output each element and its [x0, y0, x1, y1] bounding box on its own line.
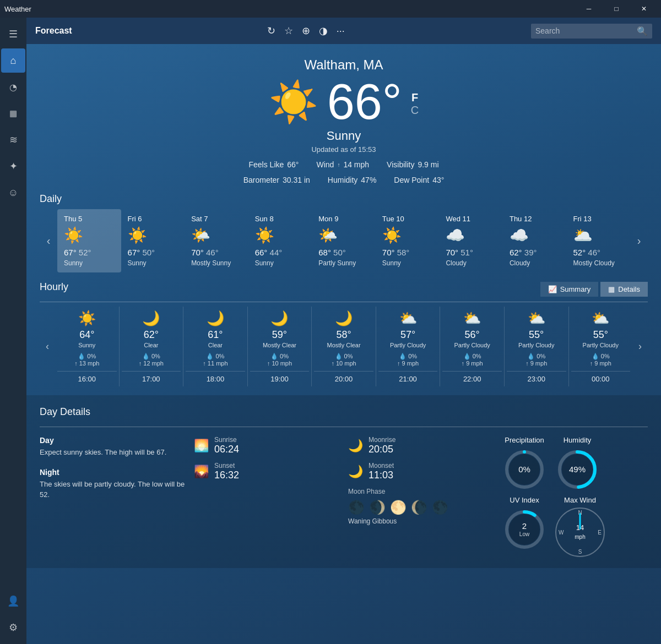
compass-ring: N S E W 14 mph — [555, 507, 605, 557]
daily-title: Daily — [40, 193, 648, 205]
moonset-time: 11:03 — [369, 470, 394, 481]
titlebar: Weather ─ □ ✕ — [0, 0, 661, 18]
phase-icon-1: 🌑 — [348, 500, 365, 515]
sidebar-item-map[interactable]: ▦ — [1, 101, 25, 125]
dew-point-label: Dew Point — [394, 176, 429, 184]
moon-icon[interactable]: ◑ — [319, 25, 328, 37]
gauges-bottom-row: UV Index 2 Low — [502, 496, 648, 557]
search-icon: 🔍 — [637, 26, 648, 36]
compass-needle — [579, 513, 581, 530]
daily-card[interactable]: Wed 11 ☁️ 70° 51° Cloudy — [439, 209, 503, 272]
list-icon: ▦ — [608, 285, 615, 293]
daily-card[interactable]: Tue 10 ☀️ 70° 58° Sunny — [376, 209, 440, 272]
daily-cards: Thu 5 ☀️ 67° 52° Sunny Fri 6 ☀️ 67° 50° … — [57, 209, 630, 272]
temperature: 66° — [327, 77, 402, 127]
sidebar-item-settings[interactable]: ⚙ — [1, 615, 25, 640]
wind-gauge: Max Wind N S E W 14 mph — [555, 496, 605, 557]
moonrise-item: 🌙 Moonrise 20:05 — [348, 436, 494, 455]
daily-card[interactable]: Thu 12 ☁️ 62° 39° Cloudy — [503, 209, 567, 272]
minimize-button[interactable]: ─ — [576, 0, 602, 18]
compass-s: S — [578, 549, 582, 555]
refresh-icon[interactable]: ↻ — [267, 25, 275, 37]
unit-c[interactable]: C — [411, 104, 419, 117]
phase-icon-3: 🌕 — [390, 500, 407, 515]
hourly-title: Hourly — [40, 281, 68, 293]
more-icon[interactable]: ··· — [337, 25, 345, 37]
close-button[interactable]: ✕ — [631, 0, 657, 18]
precipitation-label: Precipitation — [505, 436, 544, 444]
hero-section: Waltham, MA ☀️ 66° F C Sunny Updated as … — [26, 44, 661, 193]
titlebar-left: Weather — [4, 5, 31, 13]
hourly-column: ⛅ 57° Partly Cloudy 💧 0% ↑ 9 mph 21:00 — [376, 307, 441, 386]
visibility-detail: Visibility 9.9 mi — [387, 160, 438, 169]
visibility-label: Visibility — [387, 160, 414, 169]
hourly-scroll: ‹ ☀️ 64° Sunny 💧 0% ↑ 13 mph 16:00 🌙 62°… — [40, 307, 648, 386]
feels-like-value: 66° — [287, 160, 299, 169]
phase-icon-4: 🌘 — [411, 500, 427, 515]
maximize-button[interactable]: □ — [604, 0, 629, 18]
day-label: Day — [40, 436, 185, 445]
sunset-info: Sunset 16:32 — [214, 462, 239, 481]
daily-card[interactable]: Sat 7 🌤️ 70° 46° Mostly Sunny — [185, 209, 248, 272]
moonset-item: 🌙 Moonset 11:03 — [348, 462, 494, 481]
moonset-info: Moonset 11:03 — [369, 462, 394, 481]
daily-prev-button[interactable]: ‹ — [40, 219, 57, 263]
moonrise-info: Moonrise 20:05 — [369, 436, 395, 455]
sidebar-item-menu[interactable]: ☰ — [1, 22, 25, 46]
sunrise-label: Sunrise — [214, 436, 239, 444]
moon-phase-section: Moon Phase 🌑 🌒 🌕 🌘 🌑 Waning Gibbous — [348, 488, 494, 525]
hero-main: ☀️ 66° F C — [35, 77, 652, 127]
daily-card[interactable]: Fri 6 ☀️ 67° 50° Sunny — [121, 209, 185, 272]
summary-button[interactable]: 📈 Summary — [540, 282, 599, 297]
details-button[interactable]: ▦ Details — [600, 282, 648, 297]
search-input[interactable] — [535, 26, 632, 35]
sidebar-item-news[interactable]: ☺ — [1, 181, 25, 205]
sunrise-icon: 🌅 — [194, 439, 209, 453]
favorite-icon[interactable]: ☆ — [284, 25, 293, 37]
hourly-column: 🌙 58° Mostly Clear 💧 0% ↑ 10 mph 20:00 — [312, 307, 376, 386]
hourly-column: ⛅ 56° Partly Cloudy 💧 0% ↑ 9 mph 22:00 — [440, 307, 505, 386]
sidebar-item-favorites[interactable]: ✦ — [1, 154, 25, 178]
sidebar-bottom: 👤 ⚙ — [1, 589, 25, 640]
city-name: Waltham, MA — [35, 57, 652, 73]
day-text: Expect sunny skies. The high will be 67. — [40, 447, 185, 458]
daily-card[interactable]: Mon 9 🌤️ 68° 50° Partly Sunny — [312, 209, 376, 272]
uv-ring: 2 Low — [502, 507, 546, 552]
moonset-label: Moonset — [369, 462, 394, 470]
sidebar-item-chart[interactable]: ≋ — [1, 128, 25, 152]
daily-card[interactable]: Thu 5 ☀️ 67° 52° Sunny — [57, 209, 121, 272]
precipitation-ring: 0% — [502, 447, 546, 492]
feels-like-label: Feels Like — [248, 160, 284, 169]
sidebar-item-home[interactable]: ⌂ — [1, 48, 25, 73]
hourly-next-button[interactable]: › — [632, 307, 648, 386]
humidity-detail: Humidity 47% — [328, 176, 377, 184]
moon-col: 🌙 Moonrise 20:05 🌙 Moonset 11:03 — [348, 436, 494, 557]
sunrise-info: Sunrise 06:24 — [214, 436, 239, 455]
sunrise-time: 06:24 — [214, 444, 239, 455]
daily-scroll: ‹ Thu 5 ☀️ 67° 52° Sunny Fri 6 ☀️ 67° 50… — [40, 209, 648, 272]
weather-details: Feels Like 66° Wind ↑ 14 mph Visibility … — [35, 160, 652, 169]
moon-phase-name: Waning Gibbous — [348, 517, 494, 525]
barometer-value: 30.31 in — [283, 176, 310, 184]
precipitation-gauge: Precipitation 0% — [502, 436, 546, 492]
humidity-gauge-label: Humidity — [564, 436, 592, 444]
daily-card[interactable]: Sun 8 ☀️ 66° 44° Sunny — [248, 209, 312, 272]
app-name: Weather — [4, 5, 31, 13]
hourly-prev-button[interactable]: ‹ — [40, 307, 55, 386]
compass-e: E — [598, 530, 602, 536]
daily-card[interactable]: Fri 13 🌥️ 52° 46° Mostly Cloudy — [567, 209, 631, 272]
hourly-section: Hourly 📈 Summary ▦ Details ‹ ☀️ 6 — [26, 281, 661, 395]
precipitation-value: 0% — [518, 465, 530, 474]
update-time: Updated as of 15:53 — [35, 145, 652, 154]
weather-details-2: Barometer 30.31 in Humidity 47% Dew Poin… — [35, 176, 652, 184]
humidity-value: 47% — [361, 176, 376, 184]
sidebar-item-clock[interactable]: ◔ — [1, 75, 25, 99]
night-text: The skies will be partly cloudy. The low… — [40, 479, 185, 500]
hourly-table: ‹ ☀️ 64° Sunny 💧 0% ↑ 13 mph 16:00 🌙 62°… — [40, 302, 648, 386]
daily-next-button[interactable]: › — [630, 219, 648, 263]
sidebar-item-profile[interactable]: 👤 — [1, 589, 25, 613]
pin-icon[interactable]: ⊕ — [302, 25, 310, 37]
day-details-section: Day Details Day Expect sunny skies. The … — [26, 395, 661, 568]
uv-label: UV Index — [510, 496, 539, 504]
unit-f[interactable]: F — [411, 91, 419, 104]
